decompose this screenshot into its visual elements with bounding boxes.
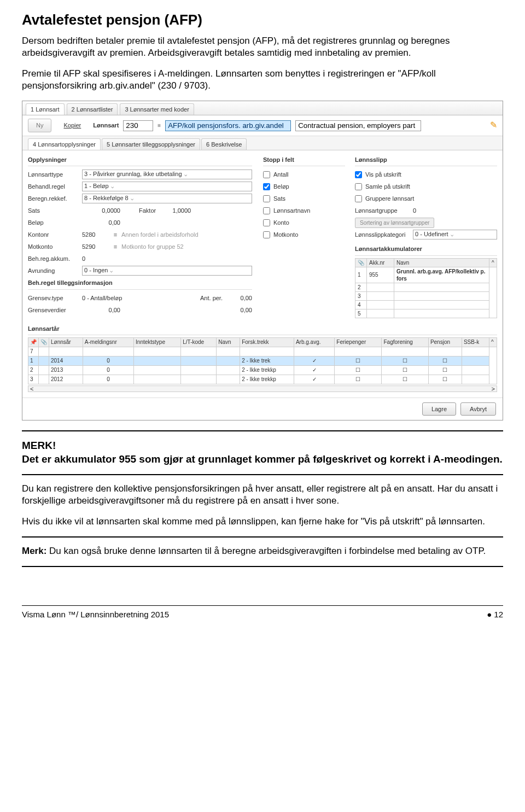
avbryt-button[interactable]: Avbryt bbox=[460, 402, 496, 416]
yr-col-fag: Fagforening bbox=[382, 337, 428, 347]
akkum-row: 3 bbox=[355, 291, 497, 300]
yr-scrollbar[interactable] bbox=[489, 347, 497, 384]
lonnsarttype-value[interactable]: 3 - Påvirker grunnlag, ikke utbetaling bbox=[82, 170, 252, 179]
section-lonnsslipp: Lønnsslipp bbox=[355, 154, 497, 166]
kontonr-value[interactable]: 5280 bbox=[82, 231, 109, 238]
antall-checkbox[interactable] bbox=[263, 171, 270, 178]
yr-col-ltkode: L/T-kode bbox=[181, 337, 217, 347]
ny-button[interactable]: Ny bbox=[28, 119, 51, 132]
akkum-col-blank: 📎 bbox=[355, 258, 367, 267]
lonnsart-desc-input[interactable] bbox=[295, 120, 421, 131]
kategori-lbl: Lønnsslippkategori bbox=[355, 231, 410, 238]
belop-chk-label: Beløp bbox=[273, 183, 289, 190]
para-registrere: Du kan registrere den kollektive pensjon… bbox=[22, 483, 503, 507]
merk2-paragraph: Merk: Du kan også bruke denne lønnsarten… bbox=[22, 545, 503, 557]
para-vis-utskrift: Hvis du ikke vil at lønnsarten skal komm… bbox=[22, 516, 503, 528]
beregnrekkef-value[interactable]: 8 - Rekkefølge 8 bbox=[82, 194, 252, 203]
section-opplysninger: Opplysninger bbox=[28, 154, 252, 166]
samle-label: Samle på utskrift bbox=[365, 183, 410, 190]
kategori-val[interactable]: 0 - Udefinert bbox=[413, 230, 497, 239]
yr-row: 2201302 - Ikke trekkp✓☐☐☐ bbox=[28, 365, 497, 375]
motkonto-value[interactable]: 5290 bbox=[82, 243, 109, 250]
tab-lonnsartlister[interactable]: 2 Lønnsartlister bbox=[67, 103, 118, 115]
kopier-button[interactable]: Kopier bbox=[56, 119, 89, 131]
faktor-label: Faktor bbox=[139, 207, 156, 214]
lookup-icon[interactable]: ≡ bbox=[158, 122, 161, 129]
akkum-row: 5 bbox=[355, 309, 497, 318]
yr-row-selected: 1201402 - Ikke trek✓☐☐☐ bbox=[28, 356, 497, 365]
akkum-table[interactable]: 📎Akk.nrNavn^ 1955Grunnl. arb.g.avg. AFP/… bbox=[355, 258, 497, 318]
motkonto-note: Motkonto for gruppe 52 bbox=[121, 243, 184, 250]
lonnsartnavn-checkbox[interactable] bbox=[263, 207, 270, 214]
subtab-tillegg[interactable]: 5 Lønnsarter tilleggsopplysninger bbox=[102, 138, 200, 150]
yr-col-lonnsar: Lønnsår bbox=[49, 337, 83, 347]
h-scrollbar[interactable]: <> bbox=[28, 385, 497, 392]
lonnsart-name-input[interactable] bbox=[165, 120, 291, 131]
yr-scroll-up[interactable]: ^ bbox=[489, 337, 497, 347]
intro-paragraph-1: Dersom bedriften betaler premie til avta… bbox=[22, 35, 503, 59]
subtabs: 4 Lønnsartopplysninger 5 Lønnsarter till… bbox=[22, 136, 503, 150]
lonnsartnavn-label: Lønnsartnavn bbox=[273, 207, 310, 214]
akkum-scroll-up[interactable]: ^ bbox=[489, 258, 497, 267]
footer-right: ●12 bbox=[487, 609, 503, 620]
avrunding-value[interactable]: 0 - Ingen bbox=[82, 266, 252, 276]
yr-col-forsktrekk: Forsk.trekk bbox=[240, 337, 294, 347]
kontonr-note: Annen fordel i arbeidsforhold bbox=[121, 231, 199, 238]
lonnsart-code-input[interactable] bbox=[123, 120, 153, 131]
year-table[interactable]: 📌 📎 Lønnsår A-meldingsnr Inntektstype L/… bbox=[28, 337, 497, 384]
grenseverdier-v2: 0,00 bbox=[225, 306, 252, 314]
section-lonnsartar: Lønnsartår bbox=[28, 323, 497, 335]
merk2-prefix: Merk: bbox=[22, 546, 46, 556]
grenseverdier-label: Grenseverdier bbox=[28, 306, 80, 314]
subtab-beskrivelse[interactable]: 6 Beskrivelse bbox=[201, 138, 247, 150]
lonnsart-label: Lønnsart bbox=[93, 121, 119, 129]
app-screenshot: 1 Lønnsart 2 Lønnsartlister 3 Lønnsarter… bbox=[22, 101, 503, 420]
yr-col-arbgavg: Arb.g.avg. bbox=[294, 337, 334, 347]
vis-label: Vis på utskrift bbox=[365, 171, 401, 178]
sortering-button[interactable]: Sortering av lønnsartgrupper bbox=[355, 218, 434, 228]
sats-checkbox[interactable] bbox=[263, 195, 270, 202]
gruppere-checkbox[interactable] bbox=[355, 195, 362, 202]
merk-heading: MERK! bbox=[22, 439, 503, 453]
edit-icon[interactable]: ✎ bbox=[490, 120, 497, 131]
cb[interactable]: ✓ bbox=[294, 356, 334, 365]
divider bbox=[22, 566, 503, 567]
behandlregel-label: Behandl.regel bbox=[28, 183, 80, 190]
belop-checkbox[interactable] bbox=[263, 183, 270, 190]
grensevtype-label: Grensev.type bbox=[28, 294, 80, 302]
behandlregel-value[interactable]: 1 - Beløp bbox=[82, 182, 252, 191]
motkonto-label: Motkonto bbox=[28, 243, 80, 250]
section-akkum: Lønnsartakkumulatorer bbox=[355, 243, 497, 255]
lagre-button[interactable]: Lagre bbox=[422, 402, 456, 416]
antper-label: Ant. per. bbox=[200, 294, 223, 302]
antper-value: 0,00 bbox=[225, 294, 252, 302]
main-tabs: 1 Lønnsart 2 Lønnsartlister 3 Lønnsarter… bbox=[22, 101, 503, 115]
avrunding-label: Avrunding bbox=[28, 267, 80, 274]
subtab-opplysninger[interactable]: 4 Lønnsartopplysninger bbox=[28, 138, 101, 150]
yr-col-navn: Navn bbox=[217, 337, 240, 347]
motkonto-chk-label: Motkonto bbox=[273, 231, 298, 238]
akkum-scrollbar[interactable] bbox=[489, 267, 497, 318]
yr-col-pin: 📌 bbox=[28, 337, 39, 347]
motkonto-checkbox[interactable] bbox=[263, 231, 270, 238]
samle-checkbox[interactable] bbox=[355, 183, 362, 190]
vis-checkbox[interactable] bbox=[355, 171, 362, 178]
tab-lonnsart[interactable]: 1 Lønnsart bbox=[26, 103, 65, 115]
divider bbox=[22, 430, 503, 431]
motkonto-lookup-icon[interactable]: ≡ bbox=[112, 243, 119, 250]
gruppere-label: Gruppere lønnsart bbox=[365, 195, 414, 202]
tab-lonnsarter-koder[interactable]: 3 Lønnsarter med koder bbox=[120, 103, 194, 115]
akkum-row: 1955Grunnl. arb.g.avg. AFP/kollektiv p. … bbox=[355, 267, 497, 283]
grensevtype-value: 0 - Antall/beløp bbox=[82, 294, 122, 302]
yr-col-ameld: A-meldingsnr bbox=[83, 337, 133, 347]
konto-chk-label: Konto bbox=[273, 219, 289, 226]
kontonr-lookup-icon[interactable]: ≡ bbox=[112, 231, 119, 238]
behregakkum-value: 0 bbox=[82, 255, 85, 262]
konto-checkbox[interactable] bbox=[263, 219, 270, 226]
sats-chk-label: Sats bbox=[273, 195, 285, 202]
page-footer: Visma Lønn ™/ Lønnsinnberetning 2015 ●12 bbox=[22, 605, 503, 623]
lonnsarttype-label: Lønnsarttype bbox=[28, 171, 80, 178]
sats-label: Sats bbox=[28, 207, 80, 214]
merk-text: Det er akkumulator 955 som gjør at grunn… bbox=[22, 453, 503, 466]
yr-col-pensjon: Pensjon bbox=[428, 337, 462, 347]
